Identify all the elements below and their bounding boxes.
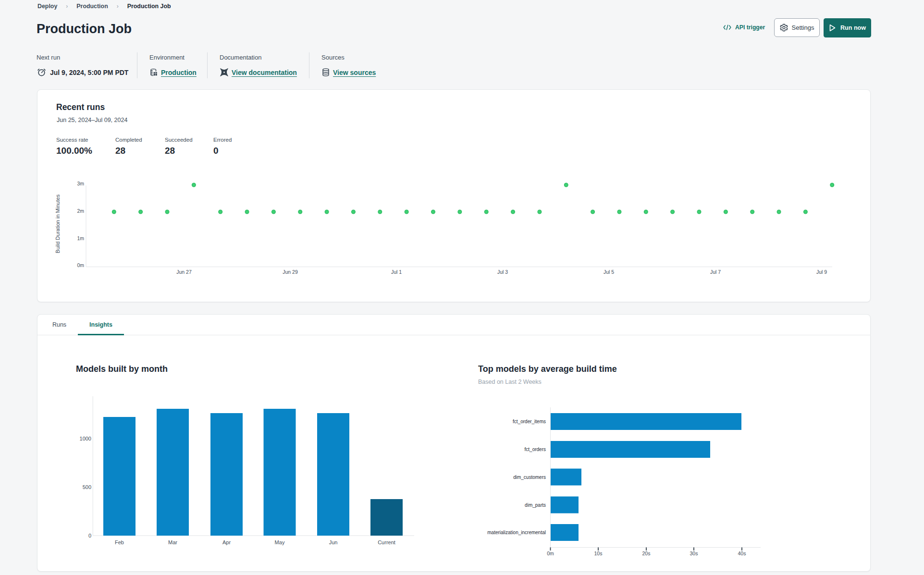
svg-text:dim_parts: dim_parts xyxy=(525,502,546,508)
svg-text:10s: 10s xyxy=(594,551,603,556)
svg-text:fct_orders: fct_orders xyxy=(525,447,546,452)
svg-text:Jul 9: Jul 9 xyxy=(816,269,827,275)
svg-text:Jul 1: Jul 1 xyxy=(391,269,402,275)
svg-text:Jun 29: Jun 29 xyxy=(283,269,298,275)
svg-text:30s: 30s xyxy=(690,551,698,556)
svg-text:Feb: Feb xyxy=(115,539,124,545)
svg-text:0: 0 xyxy=(88,533,91,538)
svg-text:Current: Current xyxy=(378,539,395,545)
svg-text:0m: 0m xyxy=(547,551,554,556)
svg-text:Jul 5: Jul 5 xyxy=(604,269,614,275)
svg-text:Apr: Apr xyxy=(222,539,231,545)
svg-text:dim_customers: dim_customers xyxy=(513,475,546,480)
svg-text:0m: 0m xyxy=(77,262,84,268)
svg-text:500: 500 xyxy=(83,484,91,490)
svg-text:40s: 40s xyxy=(738,551,746,556)
svg-text:1000: 1000 xyxy=(80,436,91,441)
svg-text:20s: 20s xyxy=(642,551,651,556)
svg-text:materialization_incremental: materialization_incremental xyxy=(487,530,546,535)
svg-text:Mar: Mar xyxy=(168,539,177,545)
svg-text:Jul 7: Jul 7 xyxy=(710,269,721,275)
svg-text:1m: 1m xyxy=(77,235,84,241)
svg-text:Build Duration in Minutes: Build Duration in Minutes xyxy=(55,194,61,253)
svg-text:Jun 27: Jun 27 xyxy=(176,269,192,275)
svg-text:May: May xyxy=(275,539,285,545)
svg-text:Jun: Jun xyxy=(329,539,338,545)
svg-text:2m: 2m xyxy=(77,208,84,214)
svg-text:fct_order_items: fct_order_items xyxy=(513,419,546,424)
svg-text:3m: 3m xyxy=(77,181,84,186)
svg-text:Jul 3: Jul 3 xyxy=(497,269,508,275)
